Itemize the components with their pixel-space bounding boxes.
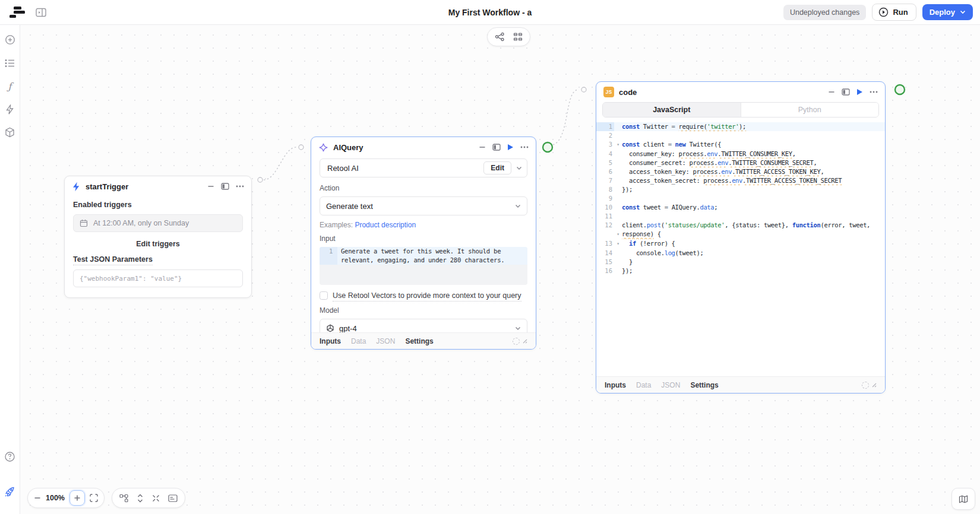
tab-json[interactable]: JSON	[376, 337, 395, 345]
test-json-input[interactable]: {"webhookParam1": "value"}	[73, 269, 243, 287]
top-bar: My First Workflow - a Undeployed changes…	[0, 0, 980, 25]
code-line[interactable]: 12client.post('statuses/update', {status…	[596, 221, 885, 230]
code-text	[622, 212, 885, 221]
expand-all-icon[interactable]	[137, 494, 144, 503]
node-header[interactable]: AIQuery	[311, 137, 536, 157]
graph-view-icon[interactable]	[495, 32, 505, 42]
rocket-icon[interactable]	[2, 484, 18, 499]
product-description-link[interactable]: Product description	[355, 221, 416, 229]
code-line[interactable]: 2	[596, 131, 885, 140]
help-icon[interactable]	[2, 449, 18, 464]
node-code[interactable]: JS code JavaScript Python 1const Twitter…	[596, 81, 886, 394]
schedule-field[interactable]: At 12:00 AM, only on Sunday	[73, 214, 243, 232]
resource-selector[interactable]: Retool AI Edit	[320, 158, 527, 177]
code-line[interactable]: ▾response) {	[596, 230, 885, 239]
fold-gutter	[614, 266, 622, 275]
auto-run-icon[interactable]	[862, 382, 869, 389]
code-line[interactable]: 1const Twitter = require('twitter');	[596, 122, 885, 131]
run-button[interactable]: Run	[872, 4, 916, 21]
resize-grip-icon[interactable]	[522, 338, 527, 344]
collapse-node-icon[interactable]	[828, 88, 835, 96]
tab-json[interactable]: JSON	[661, 381, 680, 389]
code-line[interactable]: 13▾ if (!error) {	[596, 239, 885, 249]
left-sidebar: ƒ	[0, 25, 20, 514]
code-line[interactable]: 14 console.log(tweet);	[596, 249, 885, 258]
tab-settings[interactable]: Settings	[690, 381, 718, 389]
more-options-icon[interactable]	[236, 185, 244, 188]
code-line[interactable]: 6 access_token_key: process.env.TWITTER_…	[596, 167, 885, 176]
edit-resource-button[interactable]: Edit	[483, 161, 511, 174]
code-line[interactable]: 11	[596, 212, 885, 221]
retool-workflows-logo-icon[interactable]	[10, 6, 25, 19]
code-line[interactable]: 9	[596, 194, 885, 203]
more-options-icon[interactable]	[870, 91, 878, 93]
fold-gutter	[614, 249, 622, 258]
node-header[interactable]: JS code	[596, 82, 885, 102]
console-panel-icon[interactable]	[168, 494, 178, 502]
functions-icon[interactable]: ƒ	[2, 78, 18, 94]
collapse-node-icon[interactable]	[207, 183, 214, 190]
tab-settings[interactable]: Settings	[405, 337, 433, 345]
prompt-editor[interactable]: 1Generate a tweet for this week. It shou…	[320, 247, 527, 285]
tab-data[interactable]: Data	[636, 381, 651, 389]
play-circle-icon	[878, 7, 889, 17]
tab-javascript[interactable]: JavaScript	[603, 103, 741, 117]
node-header[interactable]: startTrigger	[65, 176, 251, 196]
open-panel-icon[interactable]	[492, 144, 501, 151]
add-block-icon[interactable]	[2, 32, 18, 47]
code-text: const client = new Twitter({	[622, 140, 885, 150]
code-line[interactable]: 16});	[596, 266, 885, 275]
schedule-value: At 12:00 AM, only on Sunday	[93, 219, 189, 227]
toggle-left-panel-icon[interactable]	[36, 8, 46, 17]
run-block-icon[interactable]	[856, 88, 863, 96]
code-line[interactable]: 10const tweet = AIQuery.data;	[596, 203, 885, 212]
tab-inputs[interactable]: Inputs	[605, 381, 626, 389]
zoom-in-icon[interactable]	[69, 490, 85, 506]
code-editor[interactable]: 1const Twitter = require('twitter');23▾c…	[596, 122, 885, 275]
auto-run-icon[interactable]	[513, 338, 520, 345]
edit-triggers-button[interactable]: Edit triggers	[73, 240, 243, 248]
fit-to-screen-icon[interactable]	[90, 494, 98, 502]
tab-python[interactable]: Python	[741, 103, 879, 117]
collapse-all-icon[interactable]	[152, 494, 160, 502]
action-select[interactable]: Generate text	[320, 196, 527, 215]
block-list-view-icon[interactable]	[513, 32, 523, 42]
vectors-checkbox[interactable]	[320, 291, 328, 300]
resources-icon[interactable]	[2, 125, 18, 140]
fold-gutter	[614, 122, 622, 131]
chevron-down-icon[interactable]	[516, 166, 522, 170]
line-number: 11	[596, 212, 614, 221]
node-title: startTrigger	[86, 182, 128, 191]
code-line[interactable]: 4 consumer_key: process.env.TWITTER_CONS…	[596, 150, 885, 158]
node-aiquery[interactable]: AIQuery Retool AI Edit Action Generate t…	[311, 137, 536, 350]
openai-icon	[326, 324, 334, 332]
code-line[interactable]: 15 }	[596, 258, 885, 266]
zoom-controls-pill: 100%	[27, 488, 105, 508]
code-line[interactable]: 8});	[596, 185, 885, 194]
blocks-list-icon[interactable]	[2, 55, 18, 71]
code-line[interactable]: 3▾const client = new Twitter({	[596, 140, 885, 150]
fold-gutter	[614, 221, 622, 230]
minimap-button[interactable]	[951, 488, 975, 510]
fold-icon[interactable]: ▾	[614, 140, 622, 150]
more-options-icon[interactable]	[520, 146, 529, 148]
auto-layout-icon[interactable]	[119, 494, 128, 503]
zoom-out-icon[interactable]	[34, 494, 41, 502]
tab-inputs[interactable]: Inputs	[320, 337, 341, 345]
node-start-trigger[interactable]: startTrigger Enabled triggers At 12:00 A…	[64, 176, 252, 298]
open-panel-icon[interactable]	[221, 183, 229, 190]
fold-icon[interactable]: ▾	[614, 230, 622, 239]
run-block-icon[interactable]	[507, 144, 514, 151]
zoom-level: 100%	[46, 494, 65, 502]
resize-grip-icon[interactable]	[871, 382, 877, 388]
fold-icon[interactable]: ▾	[614, 239, 622, 249]
collapse-node-icon[interactable]	[479, 144, 486, 151]
open-panel-icon[interactable]	[842, 88, 850, 96]
triggers-icon[interactable]	[2, 101, 18, 117]
line-number: 5	[596, 158, 614, 167]
code-line[interactable]: 7 access_token_secret: process.env.TWITT…	[596, 176, 885, 185]
code-line[interactable]: 5 consumer_secret: process.env.TWITTER_C…	[596, 158, 885, 167]
tab-data[interactable]: Data	[351, 337, 366, 345]
node-footer: Inputs Data JSON Settings	[596, 376, 885, 393]
deploy-button[interactable]: Deploy	[922, 4, 973, 20]
